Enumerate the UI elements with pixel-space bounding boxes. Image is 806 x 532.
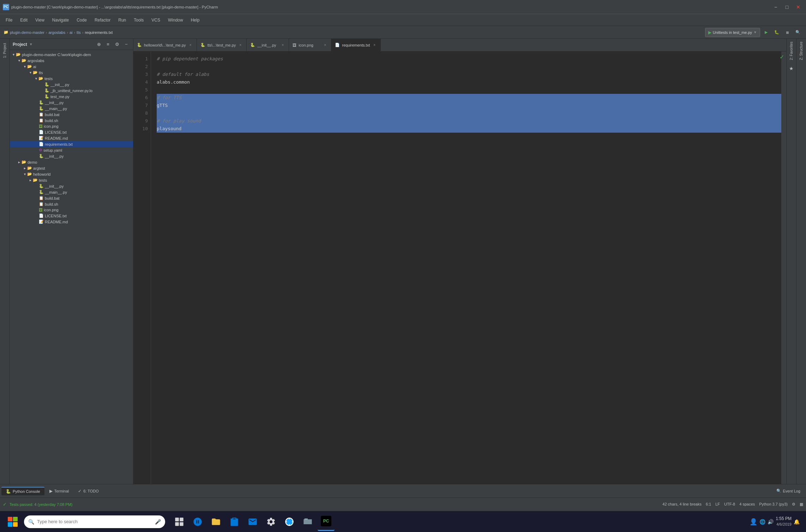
browser2-button[interactable]	[281, 513, 298, 531]
code-line[interactable]	[157, 86, 781, 94]
bottom-tab-python-console[interactable]: 🐍Python Console	[1, 487, 44, 495]
status-settings-icon[interactable]: ⚙	[792, 502, 795, 507]
taskbar-search[interactable]: 🔍 🎤	[24, 515, 165, 528]
tree-item[interactable]: 📋build.sh	[10, 201, 133, 207]
tab-close-button[interactable]: ×	[238, 43, 243, 48]
run-config-dropdown[interactable]: ▶ Unittests in test_me.py ▼	[705, 28, 760, 37]
tree-item[interactable]: 📋build.bat	[10, 195, 133, 201]
code-editor[interactable]: # pip dependent packages # default for a…	[151, 52, 781, 484]
tree-item[interactable]: ▼📂plugin-demo-master C:\work\plugin-dem	[10, 52, 133, 58]
tree-item[interactable]: ►📂argtest	[10, 165, 133, 171]
editor-tab-3[interactable]: 🖼icon.png×	[289, 39, 331, 52]
breadcrumb-tts[interactable]: tts	[77, 30, 81, 35]
menu-item-tools[interactable]: Tools	[130, 16, 147, 24]
tree-expand-arrow[interactable]: ▼	[12, 53, 15, 56]
search-button[interactable]: 🔍	[793, 28, 802, 37]
tree-item[interactable]: ▼📂tests	[10, 75, 133, 81]
mic-icon[interactable]: 🎤	[155, 519, 161, 525]
code-line[interactable]: # pip dependent packages	[157, 55, 781, 63]
tab-close-button[interactable]: ×	[372, 43, 377, 48]
tree-item[interactable]: 📄requirements.txt	[10, 141, 133, 147]
project-settings-icon[interactable]: ⚙	[113, 41, 121, 48]
close-button[interactable]: ✕	[793, 2, 803, 12]
status-line-ending[interactable]: LF	[715, 502, 720, 507]
maximize-button[interactable]: □	[782, 2, 792, 12]
tree-item[interactable]: 🐍__init__.py	[10, 153, 133, 159]
menu-item-window[interactable]: Window	[164, 16, 187, 24]
tree-item[interactable]: 🖼icon.png	[10, 123, 133, 129]
network-icon[interactable]: 🌐	[759, 519, 765, 525]
tree-item[interactable]: 🐍test_me.py	[10, 93, 133, 99]
event-log-button[interactable]: 🔍Event Log	[772, 487, 805, 495]
user-accounts-icon[interactable]: 👤	[750, 518, 757, 526]
file-explorer-button[interactable]	[207, 513, 224, 531]
project-collapse-icon[interactable]: −	[122, 41, 130, 48]
system-clock[interactable]: 1:55 PM 4/6/2019	[776, 516, 792, 527]
status-python[interactable]: Python 3.7 (py3)	[759, 502, 788, 507]
search-input[interactable]	[37, 519, 152, 524]
notification-icon[interactable]: 🔔	[794, 519, 800, 525]
tree-item[interactable]: 📝README.md	[10, 219, 133, 225]
breadcrumb-file[interactable]: requirements.txt	[85, 30, 113, 35]
tree-expand-arrow[interactable]: ▼	[23, 65, 26, 68]
tree-item[interactable]: 📄LICENSE.txt	[10, 213, 133, 219]
volume-icon[interactable]: 🔊	[768, 519, 774, 525]
code-line[interactable]: alabs.common	[157, 78, 781, 86]
editor-tab-2[interactable]: 🐍__init__.py×	[247, 39, 289, 52]
explorer2-button[interactable]	[299, 513, 316, 531]
code-line[interactable]: playsound	[157, 125, 781, 133]
run-button[interactable]: ▶	[762, 28, 771, 37]
tree-item[interactable]: ▼📂tts	[10, 69, 133, 75]
tree-item[interactable]: ▼📂helloworld	[10, 171, 133, 177]
project-side-tab[interactable]: 1: Project	[1, 40, 8, 61]
editor-tab-0[interactable]: 🐍helloworld\...\test_me.py×	[133, 39, 197, 52]
favorites-star-icon[interactable]: ★	[789, 66, 794, 71]
tree-expand-arrow[interactable]: ▼	[35, 77, 38, 80]
code-line[interactable]: # default for alabs	[157, 71, 781, 78]
code-line[interactable]: # for play sound	[157, 117, 781, 125]
status-cursor[interactable]: 6:1	[706, 502, 711, 507]
menu-item-refactor[interactable]: Refactor	[91, 16, 114, 24]
project-layout-icon[interactable]: ≡	[104, 41, 112, 48]
tree-item[interactable]: ⚙setup.yaml	[10, 147, 133, 153]
tree-item[interactable]: 🐍__init__.py	[10, 99, 133, 105]
start-button[interactable]	[4, 513, 22, 531]
status-layout-icon[interactable]: ▦	[800, 502, 803, 507]
store-button[interactable]	[226, 513, 243, 531]
tree-item[interactable]: 🐍__main__.py	[10, 105, 133, 111]
tree-item[interactable]: 📋build.bat	[10, 111, 133, 117]
code-line[interactable]	[157, 109, 781, 117]
tree-item[interactable]: 🐍__init__.py	[10, 81, 133, 87]
tree-item[interactable]: 🐍_jb_unittest_runner.py.lo	[10, 87, 133, 93]
mail-button[interactable]	[244, 513, 261, 531]
bottom-tab-terminal[interactable]: ▶Terminal	[45, 487, 73, 495]
menu-item-edit[interactable]: Edit	[17, 16, 31, 24]
editor-tab-1[interactable]: 🐍tts\...\test_me.py×	[197, 39, 247, 52]
tree-item[interactable]: ►📂demo	[10, 159, 133, 165]
tab-close-button[interactable]: ×	[280, 43, 285, 48]
tree-item[interactable]: 📋build.sh	[10, 117, 133, 123]
stop-button[interactable]: ⏹	[783, 28, 792, 37]
editor-tab-4[interactable]: 📄requirements.txt×	[331, 39, 381, 52]
project-dropdown-arrow[interactable]: ▼	[29, 42, 33, 46]
tree-expand-arrow[interactable]: ▼	[23, 173, 26, 176]
tree-expand-arrow[interactable]: ►	[23, 167, 26, 170]
edge-browser-button[interactable]	[189, 513, 206, 531]
menu-item-view[interactable]: View	[32, 16, 48, 24]
minimize-button[interactable]: −	[771, 2, 781, 12]
project-sync-icon[interactable]: ⊕	[95, 41, 103, 48]
menu-item-code[interactable]: Code	[73, 16, 90, 24]
breadcrumb-ai[interactable]: ai	[70, 30, 73, 35]
tree-item[interactable]: 📝README.md	[10, 135, 133, 141]
tab-close-button[interactable]: ×	[323, 43, 327, 48]
tree-item[interactable]: 🐍__init__.py	[10, 183, 133, 189]
menu-item-file[interactable]: File	[2, 16, 16, 24]
tree-item[interactable]: 🖼icon.png	[10, 207, 133, 213]
favorites-tab[interactable]: 2: Favorites	[788, 39, 795, 63]
tree-expand-arrow[interactable]: ►	[18, 161, 21, 164]
tree-item[interactable]: ►📂tests	[10, 177, 133, 183]
status-chars[interactable]: 42 chars, 4 line breaks	[662, 502, 702, 507]
tree-item[interactable]: ▼📂ai	[10, 64, 133, 69]
tree-item[interactable]: 🐍__main__.py	[10, 189, 133, 195]
status-encoding[interactable]: UTF-8	[724, 502, 735, 507]
